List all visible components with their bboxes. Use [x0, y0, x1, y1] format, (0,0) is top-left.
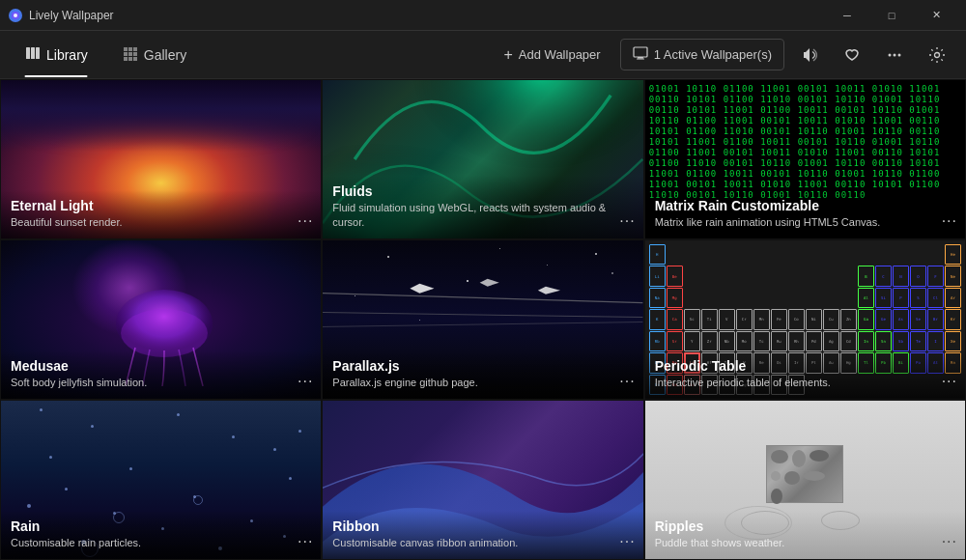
card-more-button[interactable]: ···: [619, 213, 635, 229]
card-title: Matrix Rain Customizable: [655, 198, 955, 213]
card-description: Customisable rain particles.: [11, 536, 311, 549]
svg-rect-8: [638, 57, 643, 59]
active-wallpaper-label: 1 Active Wallpaper(s): [654, 47, 772, 62]
card-more-button[interactable]: ···: [942, 534, 957, 549]
card-description: Parallax.js engine github page.: [332, 376, 633, 389]
active-wallpaper-button[interactable]: 1 Active Wallpaper(s): [620, 39, 784, 70]
navbar: Library Gallery + Add Wallpaper 1 Active…: [0, 31, 966, 79]
wallpaper-card-fluids[interactable]: Fluids Fluid simulation using WebGL, rea…: [322, 79, 643, 239]
card-description: Customisable canvas ribbon animation.: [332, 536, 633, 549]
close-button[interactable]: ✕: [914, 0, 958, 31]
card-info: Fluids Fluid simulation using WebGL, rea…: [323, 176, 642, 238]
card-more-button[interactable]: ···: [619, 374, 635, 389]
wallpaper-card-periodic-table[interactable]: H He Li Be B C N O F Ne Na Mg Al Si P S …: [644, 239, 966, 400]
card-info: Ripples Puddle that shows weather.: [645, 511, 965, 559]
card-info: Medusae Soft body jellyfish simulation.: [1, 350, 321, 399]
wallpaper-card-eternal-light[interactable]: Eternal Light Beautiful sunset render. ·…: [0, 79, 322, 239]
svg-line-19: [323, 313, 642, 318]
library-tab[interactable]: Library: [12, 40, 101, 70]
library-label: Library: [46, 47, 88, 63]
card-description: Puddle that shows weather.: [655, 536, 955, 549]
card-title: Parallax.js: [332, 358, 633, 374]
wallpaper-card-ribbon[interactable]: Ribbon Customisable canvas ribbon animat…: [322, 400, 643, 560]
wallpaper-card-matrix-rain[interactable]: 01001 10110 01100 11001 00101 10011 0101…: [644, 79, 966, 239]
wallpaper-card-parallax[interactable]: Parallax.js Parallax.js engine github pa…: [322, 239, 643, 400]
card-info: Periodic Table Interactive periodic tabl…: [645, 350, 965, 399]
gallery-tab[interactable]: Gallery: [109, 40, 200, 70]
card-info: Matrix Rain Customizable Matrix like rai…: [645, 190, 965, 238]
svg-marker-23: [538, 287, 560, 294]
add-icon: +: [504, 46, 513, 64]
titlebar: Lively Wallpaper ─ □ ✕: [0, 0, 966, 31]
svg-point-11: [894, 53, 896, 56]
add-wallpaper-button[interactable]: + Add Wallpaper: [493, 41, 612, 70]
svg-rect-7: [634, 47, 647, 57]
card-title: Rain: [11, 518, 311, 534]
card-title: Medusae: [11, 358, 311, 374]
svg-point-10: [889, 53, 892, 56]
card-info: Parallax.js Parallax.js engine github pa…: [323, 350, 642, 399]
card-description: Beautiful sunset render.: [11, 215, 311, 229]
wallpaper-card-rain[interactable]: Rain Customisable rain particles. ···: [0, 400, 322, 560]
svg-rect-9: [637, 59, 644, 60]
svg-rect-5: [36, 47, 40, 59]
stones-inner: [767, 446, 842, 502]
minimize-button[interactable]: ─: [825, 0, 869, 31]
svg-point-13: [935, 52, 940, 57]
wallpaper-grid: Eternal Light Beautiful sunset render. ·…: [0, 79, 966, 560]
maximize-button[interactable]: □: [869, 0, 914, 31]
svg-rect-3: [26, 47, 30, 59]
card-description: Matrix like rain animation using HTML5 C…: [655, 215, 955, 229]
card-title: Fluids: [332, 183, 633, 199]
wallpaper-card-ripples[interactable]: Ripples Puddle that shows weather. ···: [644, 400, 966, 560]
card-more-button[interactable]: ···: [942, 374, 957, 389]
card-more-button[interactable]: ···: [298, 534, 313, 549]
svg-point-12: [898, 53, 901, 56]
card-more-button[interactable]: ···: [298, 213, 313, 229]
card-more-button[interactable]: ···: [942, 213, 957, 229]
svg-marker-21: [411, 284, 435, 294]
app-title: Lively Wallpaper: [29, 9, 825, 22]
favorites-button[interactable]: [835, 38, 869, 72]
library-icon: [25, 45, 41, 64]
app-icon: [8, 8, 23, 23]
card-more-button[interactable]: ···: [619, 534, 635, 549]
window-controls: ─ □ ✕: [825, 0, 958, 31]
svg-rect-4: [31, 47, 35, 59]
card-title: Ripples: [655, 518, 955, 534]
add-label: Add Wallpaper: [519, 47, 601, 62]
svg-line-20: [323, 322, 642, 326]
wallpaper-card-medusae[interactable]: Medusae Soft body jellyfish simulation. …: [0, 239, 322, 400]
card-description: Fluid simulation using WebGL, reacts wit…: [332, 201, 633, 229]
more-options-button[interactable]: [877, 38, 912, 72]
gallery-icon: [123, 45, 138, 64]
card-info: Rain Customisable rain particles.: [1, 511, 321, 559]
card-title: Ribbon: [332, 518, 633, 534]
card-description: Soft body jellyfish simulation.: [11, 376, 311, 389]
gallery-label: Gallery: [144, 47, 186, 63]
card-info: Eternal Light Beautiful sunset render.: [1, 190, 321, 238]
svg-line-18: [323, 294, 642, 303]
card-title: Periodic Table: [655, 358, 955, 374]
card-title: Eternal Light: [11, 198, 311, 213]
card-info: Ribbon Customisable canvas ribbon animat…: [323, 511, 642, 559]
settings-button[interactable]: [920, 38, 954, 72]
svg-point-2: [14, 14, 17, 17]
card-description: Interactive periodic table of elements.: [655, 376, 955, 389]
monitor-icon: [633, 45, 648, 64]
svg-marker-22: [480, 279, 499, 287]
card-more-button[interactable]: ···: [298, 374, 313, 389]
stones-image: [766, 445, 843, 503]
sound-button[interactable]: [792, 38, 827, 72]
